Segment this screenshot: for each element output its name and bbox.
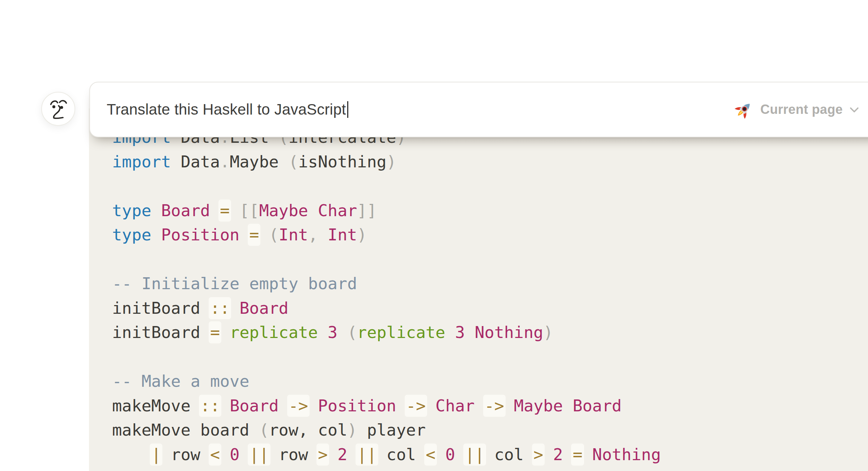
code-line: makeMove board (row, col) player — [112, 418, 661, 442]
code-token-plain: initBoard — [112, 299, 200, 318]
code-token-comment: -- Make a move — [112, 372, 249, 391]
code-token-type: Int — [328, 225, 357, 244]
code-token-plain — [465, 323, 475, 342]
code-token-type: Char — [318, 201, 357, 220]
haskell-code-block: import Data.List (intercalate)import Dat… — [112, 125, 661, 467]
code-line: -- Initialize empty board — [112, 271, 661, 296]
code-token-op: | — [151, 445, 161, 464]
code-token-plain — [191, 396, 200, 415]
code-token-plain — [337, 323, 347, 342]
code-token-punc: ) — [347, 420, 357, 440]
page: import Data.List (intercalate)import Dat… — [0, 0, 868, 471]
code-token-type: Board — [161, 201, 210, 220]
code-token-plain — [210, 201, 220, 220]
code-token-type: Nothing — [475, 323, 543, 342]
code-token-plain: row, col — [269, 420, 347, 440]
scope-selector[interactable]: Current page — [735, 82, 859, 137]
code-line: initBoard :: Board — [112, 296, 661, 321]
code-line: type Position = (Int, Int) — [112, 223, 661, 247]
code-token-num: 2 — [337, 445, 347, 464]
code-token-punc: ) — [387, 152, 396, 171]
code-token-plain — [328, 445, 337, 464]
code-token-plain — [318, 225, 328, 244]
code-token-plain — [230, 299, 239, 318]
code-token-type: Board — [230, 396, 278, 415]
code-token-punc: ) — [357, 225, 367, 244]
code-line: initBoard = replicate 3 (replicate 3 Not… — [112, 320, 661, 345]
code-token-plain — [583, 445, 592, 464]
code-token-plain — [426, 396, 435, 415]
code-token-punc: ( — [269, 225, 279, 244]
code-line: import Data.Maybe (isNothing) — [112, 150, 661, 174]
code-token-plain: makeMove — [112, 396, 191, 415]
code-token-num: 2 — [553, 445, 563, 464]
code-token-op: < — [210, 445, 220, 464]
prompt-input-text: Translate this Haskell to JavaScript — [107, 101, 346, 118]
code-token-plain — [151, 201, 161, 220]
code-token-type: Board — [573, 396, 621, 415]
code-token-plain — [200, 299, 210, 318]
code-token-num: 3 — [455, 323, 465, 342]
code-token-plain — [239, 445, 249, 464]
code-token-plain: player — [357, 420, 426, 440]
code-token-plain: row — [269, 445, 318, 464]
code-token-plain — [259, 225, 269, 244]
code-token-op: < — [426, 445, 435, 464]
code-token-plain — [171, 152, 181, 171]
code-line — [112, 174, 661, 198]
code-token-plain — [308, 201, 318, 220]
code-token-plain — [445, 323, 455, 342]
code-token-plain — [396, 396, 406, 415]
code-token-plain — [543, 445, 553, 464]
code-token-op: || — [249, 445, 269, 464]
code-token-plain — [455, 445, 465, 464]
code-token-op: :: — [210, 299, 230, 318]
code-token-plain — [347, 445, 357, 464]
code-token-plain — [563, 396, 573, 415]
code-token-plain — [151, 225, 161, 244]
code-line: type Board = [[Maybe Char]] — [112, 198, 661, 223]
code-line — [112, 247, 661, 272]
scope-label: Current page — [760, 102, 843, 117]
code-line — [112, 345, 661, 369]
code-token-num: 0 — [445, 445, 455, 464]
rocket-icon — [735, 100, 753, 119]
code-token-op: = — [573, 445, 582, 464]
code-token-op: = — [220, 201, 230, 220]
code-token-punc: ( — [289, 152, 298, 171]
code-token-type: Char — [435, 396, 475, 415]
code-token-plain — [435, 445, 445, 464]
code-token-type: Position — [318, 396, 396, 415]
code-token-plain — [112, 445, 151, 464]
ai-prompt-bar: Translate this Haskell to JavaScript Cur… — [89, 82, 868, 137]
code-token-plain — [279, 396, 289, 415]
code-token-kw: type — [112, 225, 151, 244]
code-token-op: > — [533, 445, 543, 464]
code-token-punc: ( — [259, 420, 269, 440]
code-token-type: Maybe — [514, 396, 563, 415]
code-token-plain: col — [485, 445, 533, 464]
assistant-avatar-button[interactable] — [41, 92, 75, 126]
code-token-plain — [220, 396, 230, 415]
code-token-fn: replicate — [357, 323, 445, 342]
code-token-num: 0 — [230, 445, 239, 464]
code-token-op: || — [465, 445, 484, 464]
code-token-punc: ]] — [357, 201, 376, 220]
code-token-op: -> — [406, 396, 426, 415]
code-token-comment: -- Initialize empty board — [112, 274, 357, 293]
code-token-punc: . — [220, 152, 230, 171]
code-token-type: Position — [161, 225, 239, 244]
prompt-input[interactable]: Translate this Haskell to JavaScript — [107, 101, 348, 118]
code-token-plain — [239, 225, 249, 244]
code-token-plain — [220, 323, 230, 342]
code-editor-pane[interactable]: import Data.List (intercalate)import Dat… — [89, 108, 868, 471]
code-token-num: 3 — [328, 323, 337, 342]
code-token-plain: col — [377, 445, 426, 464]
code-token-op: :: — [200, 396, 220, 415]
code-token-plain: Maybe — [230, 152, 278, 171]
code-token-op: -> — [485, 396, 504, 415]
code-token-kw: import — [112, 152, 171, 171]
code-token-plain — [230, 201, 239, 220]
code-token-type: Maybe — [259, 201, 308, 220]
code-token-punc: [[ — [239, 201, 259, 220]
